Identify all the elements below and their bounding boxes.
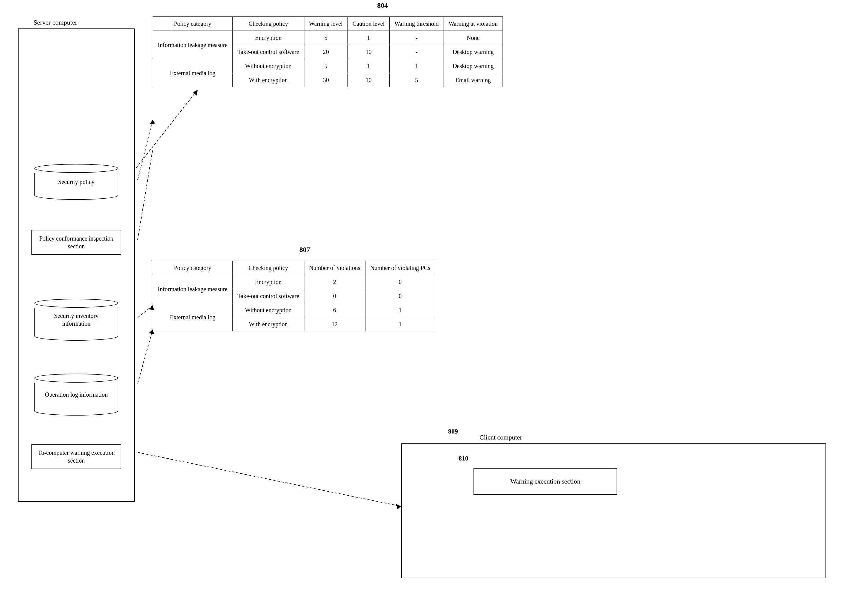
server-computer-label: Server computer: [34, 19, 77, 27]
operation-log-label: Operation log information: [34, 383, 118, 407]
td-v-0-1: 0: [304, 289, 365, 303]
td-th-dash-2: -: [390, 45, 444, 59]
svg-marker-8: [396, 504, 401, 509]
ref-807: 807: [299, 246, 310, 254]
td-encryption-1: Encryption: [233, 31, 304, 45]
td-desktop-1: Desktop warning: [444, 45, 503, 59]
td-encryption-2: Encryption: [233, 275, 304, 289]
td-cl-1-1: 1: [347, 31, 390, 45]
td-v-2: 2: [304, 275, 365, 289]
td-vp-1-1: 1: [365, 303, 435, 317]
server-computer-box: Server computer Security policy Policy c…: [18, 28, 135, 502]
security-inventory-label: Security inventory information: [34, 308, 118, 332]
th-warning-at-violation: Warning at violation: [444, 17, 503, 31]
td-takeout-1: Take-out control software: [233, 45, 304, 59]
th-policy-category-1: Policy category: [153, 17, 233, 31]
svg-line-0: [138, 120, 153, 180]
ref-810: 810: [459, 454, 468, 462]
svg-line-7: [138, 452, 401, 506]
th-warning-level: Warning level: [304, 17, 347, 31]
td-takeout-2: Take-out control software: [233, 289, 304, 303]
th-violations: Number of violations: [304, 261, 365, 275]
svg-marker-1: [150, 120, 155, 124]
td-info-leakage-2: Information leakage measure: [153, 275, 233, 303]
security-policy-cylinder: Security policy: [34, 164, 118, 200]
operation-log-cylinder: Operation log information: [34, 374, 118, 416]
td-ext-media-1: External media log: [153, 59, 233, 87]
svg-marker-10: [193, 90, 198, 96]
client-computer-label: Client computer: [480, 434, 522, 441]
td-info-leakage-1: Information leakage measure: [153, 31, 233, 59]
td-v-12: 12: [304, 317, 365, 332]
warning-execution-box: Warning execution section: [474, 468, 617, 495]
td-wl-30: 30: [304, 73, 347, 87]
td-vp-0-2: 0: [365, 289, 435, 303]
svg-line-5: [138, 330, 153, 383]
svg-line-3: [138, 306, 153, 318]
svg-line-2: [138, 150, 153, 240]
td-th-5: 5: [390, 73, 444, 87]
td-with-enc-1: With encryption: [233, 73, 304, 87]
th-checking-policy-1: Checking policy: [233, 17, 304, 31]
th-checking-policy-2: Checking policy: [233, 261, 304, 275]
td-th-dash-1: -: [390, 31, 444, 45]
ref-809: 809: [448, 428, 458, 435]
td-cl-10-1: 10: [347, 45, 390, 59]
client-computer-box: Client computer 809 Warning execution se…: [401, 443, 826, 578]
td-v-6: 6: [304, 303, 365, 317]
td-with-enc-2: With encryption: [233, 317, 304, 332]
td-cl-1-2: 1: [347, 59, 390, 73]
warning-execution-label: Warning execution section: [510, 478, 580, 485]
td-wl-5-2: 5: [304, 59, 347, 73]
td-cl-10-2: 10: [347, 73, 390, 87]
security-policy-label: Security policy: [34, 173, 118, 191]
td-th-1: 1: [390, 59, 444, 73]
th-violating-pcs: Number of violating PCs: [365, 261, 435, 275]
td-vp-1-2: 1: [365, 317, 435, 332]
td-none-1: None: [444, 31, 503, 45]
td-desktop-2: Desktop warning: [444, 59, 503, 73]
td-vp-0-1: 0: [365, 275, 435, 289]
to-computer-warning-box: To-computer warning execution section: [31, 444, 121, 469]
table-804: 804 Policy category Checking policy Warn…: [153, 16, 503, 87]
th-warning-threshold: Warning threshold: [390, 17, 444, 31]
td-without-enc-1: Without encryption: [233, 59, 304, 73]
td-without-enc-2: Without encryption: [233, 303, 304, 317]
td-email: Email warning: [444, 73, 503, 87]
table-807: 807 Policy category Checking policy Numb…: [153, 260, 435, 332]
td-ext-media-2: External media log: [153, 303, 233, 332]
td-wl-20: 20: [304, 45, 347, 59]
th-policy-category-2: Policy category: [153, 261, 233, 275]
security-inventory-cylinder: Security inventory information: [34, 299, 118, 340]
td-wl-5-1: 5: [304, 31, 347, 45]
ref-804: 804: [377, 1, 388, 10]
th-caution-level: Caution level: [347, 17, 390, 31]
svg-line-9: [136, 90, 198, 168]
policy-conformance-box: Policy conformance inspection section: [31, 230, 121, 255]
